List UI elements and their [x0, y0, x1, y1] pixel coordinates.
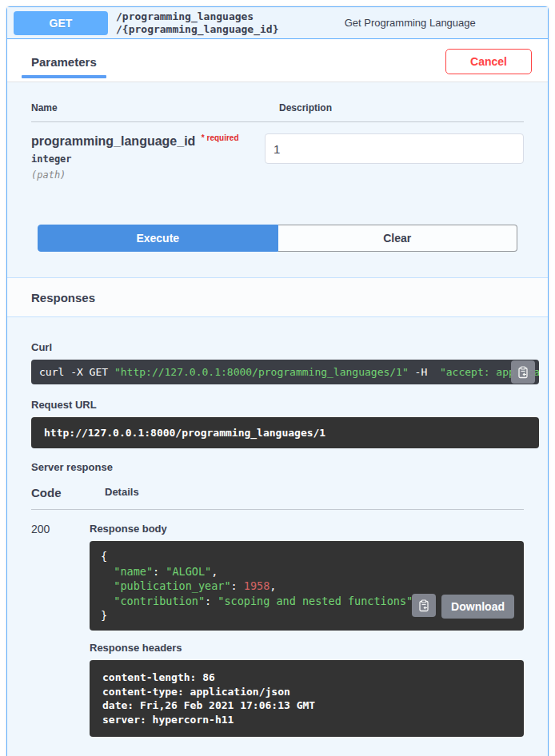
json-separator: :: [231, 579, 244, 592]
json-name-key: "name": [114, 565, 153, 578]
json-brace-close: }: [101, 609, 107, 622]
response-headers-label: Response headers: [90, 642, 524, 654]
column-header-code: Code: [31, 486, 105, 499]
json-separator: :: [153, 565, 166, 578]
download-button[interactable]: Download: [441, 595, 514, 619]
tab-band: Parameters Cancel: [7, 39, 548, 82]
endpoint-header: GET /programming_languages /{programming…: [7, 7, 548, 39]
curl-label: Curl: [31, 341, 524, 353]
json-name-value: "ALGOL": [166, 565, 211, 578]
response-body-label: Response body: [90, 523, 524, 535]
endpoint-path-line1: /programming_languages: [116, 10, 279, 23]
header-content-type: content-type: application/json: [102, 686, 290, 698]
json-contribution-key: "contribution": [114, 595, 205, 607]
json-contribution-value: "scoping and nested functions": [218, 595, 413, 607]
endpoint-summary: Get Programming Language: [279, 17, 542, 29]
execute-wrapper: Execute Clear: [31, 225, 524, 252]
http-method-badge[interactable]: GET: [14, 11, 108, 35]
response-headers-code: content-length: 86 content-type: applica…: [90, 660, 524, 737]
parameter-required-badge: * required: [202, 133, 239, 142]
parameter-value-cell: [265, 133, 524, 181]
json-comma: ,: [211, 565, 218, 578]
json-comma: ,: [270, 579, 276, 592]
operation-block: GET /programming_languages /{programming…: [6, 6, 549, 756]
column-header-details: Details: [105, 486, 524, 499]
clipboard-icon: [517, 366, 529, 379]
response-table-header: Code Details: [31, 486, 524, 510]
column-header-name: Name: [31, 102, 279, 113]
header-content-length: content-length: 86: [102, 671, 215, 683]
tab-parameters[interactable]: Parameters: [31, 55, 97, 78]
parameter-name: programming_language_id: [31, 134, 195, 148]
request-url-value: http://127.0.0.1:8000/programming_langua…: [31, 417, 539, 448]
curl-text: curl -X GET: [39, 366, 114, 378]
parameter-location: (path): [31, 169, 265, 181]
json-year-value: 1958: [244, 579, 270, 592]
header-date: date: Fri,26 Feb 2021 17:06:13 GMT: [102, 699, 315, 711]
parameter-info: programming_language_id * required integ…: [31, 133, 265, 181]
clear-button[interactable]: Clear: [278, 225, 518, 252]
responses-band: Responses: [7, 277, 548, 317]
request-url-label: Request URL: [31, 399, 524, 411]
response-details: Response body { "name": "ALGOL", "public…: [90, 523, 524, 737]
curl-command: curl -X GET "http://127.0.0.1:8000/progr…: [31, 360, 539, 384]
responses-title: Responses: [31, 291, 524, 304]
parameters-section: Name Description programming_language_id…: [7, 82, 548, 277]
parameters-table-header: Name Description: [31, 102, 524, 122]
response-row: 200 Response body { "name": "ALGOL", "pu…: [31, 510, 524, 737]
curl-url-string: "http://127.0.0.1:8000/programming_langu…: [114, 366, 409, 378]
response-copy-button[interactable]: [412, 594, 436, 617]
curl-header-flag: -H: [409, 366, 440, 378]
json-year-key: "publication_year": [114, 579, 230, 592]
parameter-row: programming_language_id * required integ…: [31, 133, 524, 181]
execute-button[interactable]: Execute: [38, 225, 278, 252]
column-header-description: Description: [279, 102, 524, 113]
response-body-code: { "name": "ALGOL", "publication_year": 1…: [90, 541, 524, 631]
json-separator: :: [205, 595, 218, 607]
status-code: 200: [31, 523, 90, 737]
cancel-button[interactable]: Cancel: [445, 49, 532, 74]
parameter-type: integer: [31, 153, 265, 165]
json-brace-open: {: [101, 550, 107, 563]
curl-copy-button[interactable]: [511, 360, 535, 384]
server-response-label: Server response: [31, 461, 524, 473]
parameter-value-input[interactable]: [265, 133, 524, 164]
clipboard-icon: [417, 599, 430, 612]
responses-body: Curl curl -X GET "http://127.0.0.1:8000/…: [7, 317, 548, 756]
endpoint-path[interactable]: /programming_languages /{programming_lan…: [116, 10, 279, 36]
header-server: server: hypercorn-h11: [102, 714, 234, 726]
endpoint-path-line2: /{programming_language_id}: [116, 23, 279, 36]
